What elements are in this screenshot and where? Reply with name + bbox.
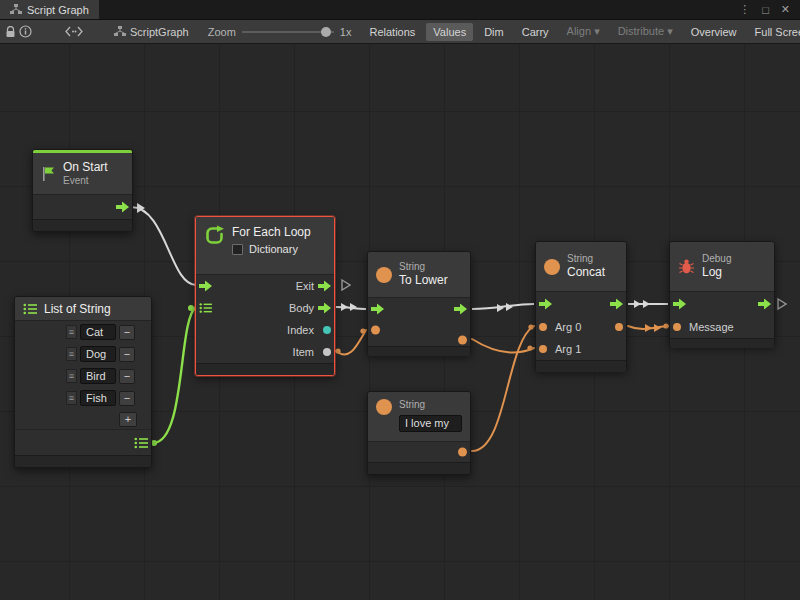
wire-tolower-concat[interactable] bbox=[472, 304, 534, 309]
list-item-field[interactable]: Cat bbox=[80, 324, 116, 340]
flow-out-port[interactable] bbox=[758, 299, 771, 310]
node-footer bbox=[33, 219, 132, 231]
zoom-slider[interactable] bbox=[242, 26, 334, 38]
string-in-port[interactable] bbox=[371, 326, 380, 335]
port-label-item: Item bbox=[196, 346, 334, 358]
remove-item-button[interactable]: − bbox=[119, 391, 135, 406]
toolbar-button-distribute[interactable]: Distribute ▾ bbox=[611, 22, 680, 41]
list-out-port[interactable] bbox=[134, 437, 148, 449]
string-value-field[interactable]: I love my bbox=[399, 415, 462, 432]
flow-out-port[interactable] bbox=[610, 299, 623, 310]
node-title: On Start bbox=[63, 160, 124, 175]
list-icon bbox=[23, 303, 37, 315]
dictionary-checkbox[interactable] bbox=[232, 244, 243, 255]
flow-in-port[interactable] bbox=[199, 281, 212, 292]
wire-tolower-arg1[interactable] bbox=[472, 339, 534, 353]
exit-flow-out-port[interactable] bbox=[318, 281, 331, 292]
list-in-port[interactable] bbox=[199, 303, 212, 314]
string-icon bbox=[376, 267, 392, 283]
tab-bar: Script Graph ⋮ □ ✕ bbox=[0, 0, 800, 20]
node-string-concat[interactable]: String Concat Arg 0 Arg 1 bbox=[535, 241, 627, 371]
close-icon[interactable]: ✕ bbox=[781, 3, 790, 16]
node-title: For Each Loop bbox=[232, 225, 326, 240]
wire-arrow-marker bbox=[506, 303, 513, 311]
remove-item-button[interactable]: − bbox=[119, 347, 135, 362]
wire-concat-message[interactable] bbox=[628, 326, 668, 329]
flow-in-port[interactable] bbox=[371, 304, 384, 315]
toolbar-button-values[interactable]: Values bbox=[426, 23, 473, 41]
node-footer bbox=[196, 363, 334, 375]
port-label-exit: Exit bbox=[196, 280, 334, 292]
info-icon[interactable] bbox=[19, 23, 32, 41]
wire-arrow-marker bbox=[645, 324, 652, 332]
add-item-button[interactable]: + bbox=[119, 412, 137, 427]
node-list-of-string[interactable]: List of String ≡ Cat − ≡ Dog − ≡ Bird − … bbox=[14, 296, 152, 468]
list-item-field[interactable]: Bird bbox=[80, 368, 116, 384]
drag-handle[interactable]: ≡ bbox=[66, 369, 77, 383]
code-brackets-icon[interactable] bbox=[65, 23, 83, 41]
arg1-in-port[interactable] bbox=[539, 345, 547, 353]
toolbar-button-overview[interactable]: Overview bbox=[684, 23, 744, 41]
list-item-row: ≡ Dog − bbox=[15, 343, 151, 365]
maximize-icon[interactable]: □ bbox=[762, 4, 769, 16]
toolbar-button-carry[interactable]: Carry bbox=[515, 23, 556, 41]
menu-icon[interactable]: ⋮ bbox=[739, 3, 750, 16]
wire-onstart-foreach[interactable] bbox=[131, 207, 196, 285]
node-debug-log[interactable]: Debug Log Message bbox=[669, 241, 775, 346]
index-out-port[interactable] bbox=[323, 326, 331, 334]
node-string-to-lower[interactable]: String To Lower bbox=[367, 251, 471, 355]
node-on-start[interactable]: On Start Event bbox=[32, 149, 133, 232]
zoom-control: Zoom 1x bbox=[208, 26, 352, 38]
result-out-port[interactable] bbox=[615, 323, 623, 331]
port-label-arg0: Arg 0 bbox=[536, 321, 626, 333]
drag-handle[interactable]: ≡ bbox=[66, 325, 77, 339]
toolbar-button-dim[interactable]: Dim bbox=[477, 23, 511, 41]
message-in-port[interactable] bbox=[673, 323, 681, 331]
chevron-down-icon: ▾ bbox=[594, 25, 600, 37]
graph-breadcrumb[interactable]: ScriptGraph bbox=[114, 26, 189, 38]
wire-item-tolower[interactable] bbox=[336, 330, 366, 355]
port-label-body: Body bbox=[196, 302, 334, 314]
flow-in-port[interactable] bbox=[539, 299, 552, 310]
wire-body-tolower[interactable] bbox=[336, 307, 366, 309]
loop-icon bbox=[204, 225, 225, 246]
list-item-field[interactable]: Dog bbox=[80, 346, 116, 362]
drag-handle[interactable]: ≡ bbox=[66, 391, 77, 405]
node-for-each-loop[interactable]: For Each Loop Dictionary Exit bbox=[195, 216, 335, 376]
toolbar-button-full-screen[interactable]: Full Screen bbox=[748, 23, 800, 41]
remove-item-button[interactable]: − bbox=[119, 325, 135, 340]
flow-out-port[interactable] bbox=[116, 202, 129, 213]
body-flow-out-port[interactable] bbox=[318, 303, 331, 314]
remove-item-button[interactable]: − bbox=[119, 369, 135, 384]
wire-endpoint-dot bbox=[528, 324, 533, 329]
node-footer bbox=[368, 346, 470, 356]
value-out-port[interactable] bbox=[458, 448, 467, 457]
zoom-slider-knob[interactable] bbox=[321, 27, 331, 37]
wire-arrow-marker bbox=[350, 303, 357, 311]
drag-handle[interactable]: ≡ bbox=[66, 347, 77, 361]
result-out-port[interactable] bbox=[458, 336, 467, 345]
flag-icon bbox=[41, 166, 56, 182]
node-title: Concat bbox=[567, 265, 618, 280]
toolbar-button-align[interactable]: Align ▾ bbox=[560, 22, 607, 41]
wire-endpoint-dot bbox=[188, 305, 194, 311]
flow-in-port[interactable] bbox=[673, 299, 686, 310]
wire-literal-arg0[interactable] bbox=[472, 326, 534, 451]
item-out-port[interactable] bbox=[323, 348, 331, 356]
node-string-literal[interactable]: String I love my bbox=[367, 391, 471, 475]
list-item-row: ≡ Fish − bbox=[15, 387, 151, 409]
wire-list-foreach[interactable] bbox=[153, 307, 196, 443]
flow-out-port[interactable] bbox=[454, 304, 467, 315]
toolbar-button-relations[interactable]: Relations bbox=[362, 23, 422, 41]
wire-arrow-marker bbox=[643, 300, 650, 308]
tab-script-graph[interactable]: Script Graph bbox=[0, 0, 99, 19]
arg0-in-port[interactable] bbox=[539, 323, 547, 331]
node-category: String bbox=[567, 253, 618, 266]
wire-arrow-marker bbox=[341, 303, 348, 311]
port-label-message: Message bbox=[670, 321, 774, 333]
wire-endpoint-dot bbox=[663, 323, 668, 328]
graph-canvas[interactable]: On Start Event List of String bbox=[0, 45, 800, 600]
lock-icon[interactable] bbox=[5, 23, 16, 41]
list-item-row: ≡ Cat − bbox=[15, 321, 151, 343]
list-item-field[interactable]: Fish bbox=[80, 390, 116, 406]
